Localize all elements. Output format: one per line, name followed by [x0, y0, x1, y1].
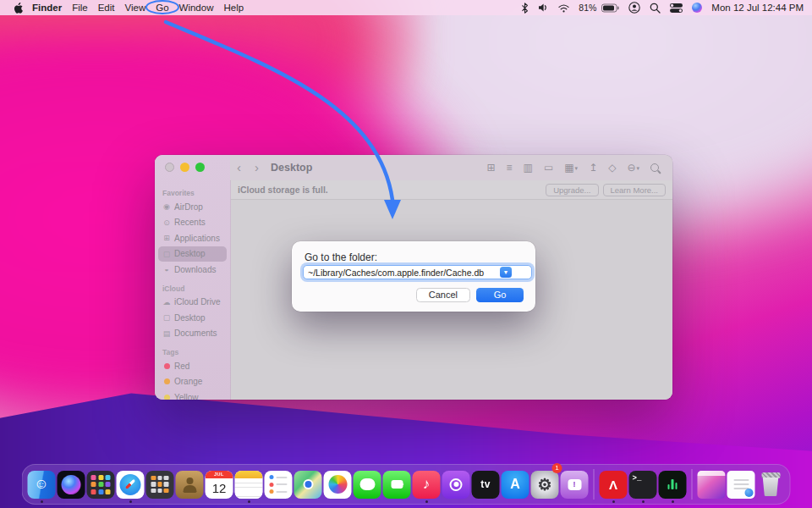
- acrobat-icon[interactable]: Λ: [600, 471, 628, 499]
- sidebar-item-desktop[interactable]: ▢Desktop: [158, 310, 227, 326]
- siri-icon[interactable]: [692, 3, 702, 13]
- dock-item-siri[interactable]: [57, 466, 86, 503]
- dock-item-music[interactable]: ♪: [412, 466, 442, 503]
- menu-bar-clock[interactable]: Mon 12 Jul 12:44 PM: [711, 3, 804, 13]
- bluetooth-icon[interactable]: [521, 3, 529, 14]
- dock-item-feedback[interactable]: !: [560, 466, 590, 503]
- dock-item-settings[interactable]: ⚙1: [530, 466, 560, 503]
- minwin2-icon[interactable]: [727, 471, 755, 499]
- cancel-button[interactable]: Cancel: [416, 288, 470, 302]
- calculator-icon[interactable]: [146, 471, 174, 499]
- sidebar-item-red[interactable]: Red: [158, 358, 227, 374]
- volume-icon[interactable]: [538, 3, 549, 13]
- photos-icon[interactable]: [324, 471, 352, 499]
- sidebar-item-recents[interactable]: ⊙Recents: [158, 215, 227, 231]
- sidebar-section-tags: Tags: [155, 341, 230, 358]
- search-icon[interactable]: [650, 3, 661, 14]
- sidebar-item-downloads[interactable]: ◒Downloads: [158, 262, 227, 278]
- sidebar-item-label: Orange: [174, 377, 202, 386]
- zoom-button[interactable]: [195, 163, 205, 172]
- menu-help[interactable]: Help: [218, 3, 249, 13]
- maps-icon[interactable]: [294, 471, 322, 499]
- trash-icon[interactable]: [757, 471, 785, 499]
- dock-item-notes[interactable]: [234, 466, 264, 503]
- launchpad-icon[interactable]: [87, 471, 115, 499]
- dock-item-photos[interactable]: [323, 466, 353, 503]
- learn-more-button[interactable]: Learn More...: [603, 184, 667, 196]
- icon-list-view[interactable]: ≡: [507, 163, 513, 173]
- dock-item-safari[interactable]: [116, 466, 145, 503]
- sidebar-item-desktop[interactable]: ▢Desktop: [158, 246, 227, 262]
- close-button[interactable]: [165, 163, 174, 172]
- feedback-icon[interactable]: !: [561, 471, 589, 499]
- folder-path-input[interactable]: [303, 265, 532, 279]
- minimize-button[interactable]: [180, 163, 189, 172]
- menu-finder[interactable]: Finder: [27, 3, 67, 13]
- dock-item-calculator[interactable]: [145, 466, 175, 503]
- sidebar-item-icloud-drive[interactable]: ☁iCloud Drive: [158, 295, 227, 311]
- dock-item-podcasts[interactable]: [442, 466, 471, 503]
- activity-icon[interactable]: [659, 471, 687, 499]
- go-button[interactable]: Go: [476, 288, 524, 302]
- menu-window[interactable]: Window: [174, 3, 219, 13]
- path-dropdown-button[interactable]: ▼: [500, 267, 512, 278]
- sidebar-item-documents[interactable]: ▤Documents: [158, 326, 227, 342]
- dock-item-maps[interactable]: [294, 466, 323, 503]
- music-icon[interactable]: ♪: [413, 471, 441, 499]
- dock-item-trash[interactable]: [756, 466, 786, 503]
- forward-button[interactable]: ›: [248, 156, 266, 179]
- apple-menu-icon[interactable]: [8, 3, 27, 14]
- settings-icon[interactable]: ⚙: [531, 471, 559, 499]
- sidebar-item-label: iCloud Drive: [174, 297, 220, 306]
- dock-item-minwin2[interactable]: [727, 466, 756, 503]
- sidebar-item-yellow[interactable]: Yellow: [158, 389, 227, 400]
- dock-item-finder[interactable]: ☺: [27, 466, 57, 503]
- icon-grid-view[interactable]: ⊞: [487, 163, 496, 173]
- menu-go[interactable]: Go: [151, 3, 173, 13]
- icon-tags[interactable]: ◇: [608, 163, 616, 173]
- icon-group[interactable]: ▦▾: [564, 163, 578, 173]
- icon-search[interactable]: [650, 163, 659, 172]
- menu-file[interactable]: File: [67, 3, 93, 13]
- dock-item-activity[interactable]: [658, 466, 688, 503]
- menu-edit[interactable]: Edit: [93, 3, 120, 13]
- running-indicator: [129, 500, 132, 503]
- icon-column-view[interactable]: ▥: [524, 163, 533, 173]
- calendar-icon[interactable]: JUL12: [206, 471, 233, 499]
- safari-icon[interactable]: [117, 471, 145, 499]
- sidebar-item-orange[interactable]: Orange: [158, 374, 227, 390]
- siri-icon[interactable]: [58, 471, 85, 499]
- reminders-icon[interactable]: [265, 471, 293, 499]
- icon-share[interactable]: ↥: [589, 163, 597, 173]
- dock-item-calendar[interactable]: JUL12: [205, 466, 234, 503]
- notes-icon[interactable]: [235, 471, 263, 499]
- dock-item-reminders[interactable]: [264, 466, 294, 503]
- dock-item-contacts[interactable]: [175, 466, 205, 503]
- dock-item-acrobat[interactable]: Λ: [599, 466, 628, 503]
- messages-icon[interactable]: [354, 471, 381, 499]
- sidebar-item-applications[interactable]: ⊞Applications: [158, 230, 227, 246]
- facetime-icon[interactable]: [383, 471, 411, 499]
- dock-item-minwin1[interactable]: [697, 466, 727, 503]
- dock-item-messages[interactable]: [353, 466, 382, 503]
- back-button[interactable]: ‹: [230, 156, 248, 179]
- sidebar-item-airdrop[interactable]: ◉AirDrop: [158, 199, 227, 215]
- wifi-icon[interactable]: [558, 3, 569, 13]
- icon-gallery-view[interactable]: ▭: [544, 163, 553, 173]
- dock-item-facetime[interactable]: [382, 466, 412, 503]
- terminal-icon[interactable]: >_: [629, 471, 657, 499]
- minwin1-icon[interactable]: [698, 471, 726, 499]
- appstore-icon[interactable]: A: [502, 471, 529, 499]
- icon-more[interactable]: ⊖▾: [627, 163, 639, 173]
- contacts-icon[interactable]: [176, 471, 204, 499]
- control-center-icon[interactable]: [670, 3, 683, 13]
- finder-icon[interactable]: ☺: [28, 471, 56, 499]
- account-icon[interactable]: [628, 2, 640, 14]
- tv-icon[interactable]: tv: [472, 471, 500, 499]
- dock-item-tv[interactable]: tv: [471, 466, 501, 503]
- dock-item-appstore[interactable]: A: [501, 466, 530, 503]
- upgrade-button[interactable]: Upgrade...: [546, 184, 598, 196]
- dock-item-terminal[interactable]: >_: [628, 466, 658, 503]
- podcasts-icon[interactable]: [442, 471, 470, 499]
- dock-item-launchpad[interactable]: [86, 466, 116, 503]
